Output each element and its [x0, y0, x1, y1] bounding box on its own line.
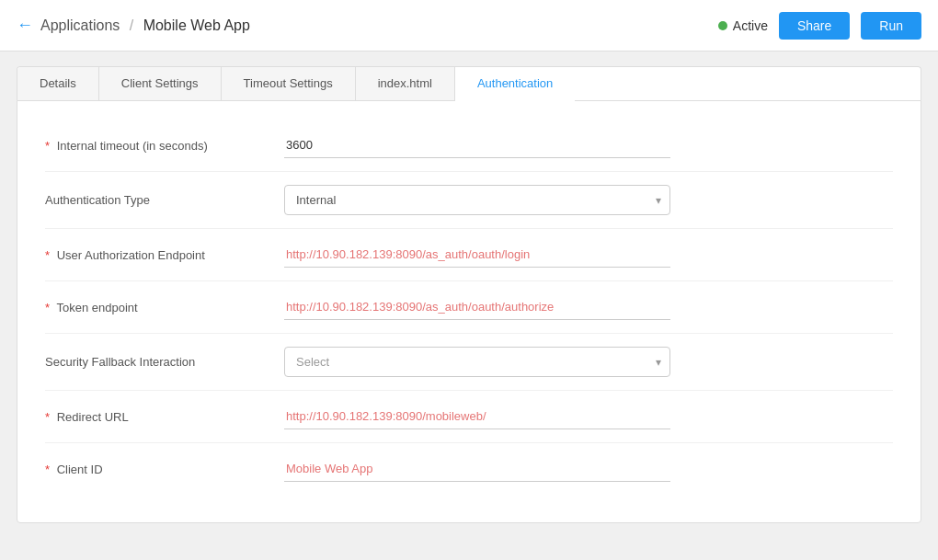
main-content: Details Client Settings Timeout Settings…	[0, 51, 938, 560]
form-panel: * Internal timeout (in seconds) Authenti…	[17, 100, 921, 523]
tab-authentication[interactable]: Authentication	[455, 67, 575, 101]
required-star: *	[45, 463, 50, 476]
status-dot-icon	[718, 21, 727, 30]
back-button[interactable]: ←	[17, 16, 33, 35]
select-wrapper-auth-type: Internal External None ▾	[284, 185, 670, 215]
field-client-id	[284, 456, 670, 482]
label-auth-type: Authentication Type	[45, 193, 284, 207]
header: ← Applications / Mobile Web App Active S…	[0, 0, 938, 51]
form-row-client-id: * Client ID	[45, 443, 893, 495]
field-token-endpoint	[284, 294, 670, 320]
header-right: Active Share Run	[718, 12, 921, 40]
breadcrumb-separator: /	[130, 17, 133, 33]
label-user-auth-endpoint: * User Authorization Endpoint	[45, 248, 284, 262]
breadcrumb: Applications / Mobile Web App	[40, 17, 250, 34]
field-internal-timeout	[284, 132, 670, 158]
required-star: *	[45, 139, 50, 153]
status-label: Active	[733, 18, 768, 33]
field-auth-type: Internal External None ▾	[284, 185, 670, 215]
select-auth-type[interactable]: Internal External None	[284, 185, 670, 215]
form-row-security-fallback: Security Fallback Interaction Select ▾	[45, 334, 893, 391]
tab-timeout-settings[interactable]: Timeout Settings	[222, 67, 356, 100]
tab-index-html[interactable]: index.html	[356, 67, 455, 100]
breadcrumb-applications-link[interactable]: Applications	[40, 17, 120, 33]
field-user-auth-endpoint	[284, 242, 670, 268]
input-token-endpoint[interactable]	[284, 294, 670, 320]
select-wrapper-security-fallback: Select ▾	[284, 347, 670, 377]
share-button[interactable]: Share	[779, 12, 850, 40]
form-row-internal-timeout: * Internal timeout (in seconds)	[45, 120, 893, 172]
status-indicator: Active	[718, 18, 768, 33]
select-security-fallback[interactable]: Select	[284, 347, 670, 377]
label-security-fallback: Security Fallback Interaction	[45, 355, 284, 369]
field-redirect-url	[284, 404, 670, 429]
tab-client-settings[interactable]: Client Settings	[99, 67, 222, 100]
input-redirect-url[interactable]	[284, 404, 670, 429]
run-button[interactable]: Run	[861, 12, 921, 40]
app-container: ← Applications / Mobile Web App Active S…	[0, 0, 938, 560]
required-star: *	[45, 248, 50, 262]
label-internal-timeout: * Internal timeout (in seconds)	[45, 139, 284, 153]
header-left: ← Applications / Mobile Web App	[17, 16, 250, 35]
breadcrumb-current: Mobile Web App	[143, 17, 250, 33]
required-star: *	[45, 301, 50, 314]
required-star: *	[45, 410, 50, 424]
form-row-redirect-url: * Redirect URL	[45, 391, 893, 443]
label-redirect-url: * Redirect URL	[45, 410, 284, 424]
form-row-token-endpoint: * Token endpoint	[45, 281, 893, 334]
input-internal-timeout[interactable]	[284, 132, 670, 158]
form-row-auth-type: Authentication Type Internal External No…	[45, 172, 893, 229]
field-security-fallback: Select ▾	[284, 347, 670, 377]
input-user-auth-endpoint[interactable]	[284, 242, 670, 268]
label-token-endpoint: * Token endpoint	[45, 301, 284, 314]
label-client-id: * Client ID	[45, 463, 284, 476]
form-row-user-auth-endpoint: * User Authorization Endpoint	[45, 229, 893, 281]
tab-details[interactable]: Details	[17, 67, 99, 100]
input-client-id[interactable]	[284, 456, 670, 482]
tabs-container: Details Client Settings Timeout Settings…	[17, 66, 921, 100]
